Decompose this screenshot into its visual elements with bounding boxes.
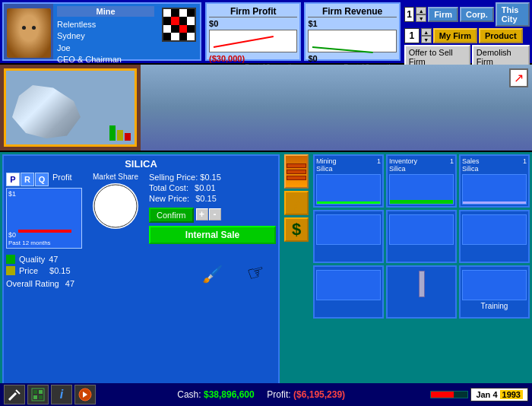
facility-training[interactable]: Training [459,265,530,319]
control-row-2: 1 ▲ ▼ My Firm Product [404,28,530,43]
tab-p[interactable]: P [6,173,20,186]
internal-sale-btn[interactable]: Internal Sale [149,226,276,244]
price-label-q: Price [19,266,38,275]
price-value-q: $0.15 [49,266,71,275]
facility-empty-content-1 [316,214,381,245]
pricing-section: Selling Price: $0.15 Total Cost: $0.01 N… [149,173,276,249]
facility-mining-bar [317,201,380,204]
question-icon[interactable]: ? [284,191,309,215]
firm-profit-panel: Firm Profit $0 ($30,000) Past 12 months [205,2,301,61]
resources-icon[interactable] [284,154,309,189]
new-price-row: New Price: $0.15 [149,194,276,203]
back-icon[interactable] [74,385,96,404]
paint-bottle-icon: 🖌️ [202,265,223,284]
scroll-handle[interactable] [419,271,425,297]
facility-inventory-sub: Silica [389,165,454,173]
facility-empty-content-2 [389,214,454,245]
confirm-btn[interactable]: Confirm [149,208,194,223]
quality-icon [6,255,15,264]
facility-sales[interactable]: Sales 1 Silica [459,154,530,208]
this-city-btn[interactable]: This City [496,2,530,27]
market-share-section: Market Share [85,173,146,249]
map-icon[interactable] [27,385,49,404]
firm-revenue-title: Firm Revenue [308,6,396,17]
profit-graph: $1 $0 Past 12 months [6,188,82,249]
facility-empty-3[interactable] [459,210,530,263]
revenue-trend-line [312,46,373,53]
firm-btn[interactable]: Firm [428,7,458,22]
facility-empty-4[interactable] [313,265,384,319]
spin-up-1[interactable]: ▲ [416,7,426,14]
firm-revenue-chart [308,30,396,52]
facility-sales-sub: Silica [462,165,527,173]
total-cost-label: Total Cost: [149,183,188,192]
plus-btn[interactable]: + [196,208,208,220]
overall-rating: Overall Rating 47 [6,279,276,288]
mineral-crystal [12,85,81,138]
facility-sales-label: Sales 1 [462,157,527,165]
spin-up-2[interactable]: ▲ [421,28,432,36]
minus-btn[interactable]: - [209,208,221,220]
eye-left [22,26,26,30]
firm-profit-past: ($30,000) [209,54,297,63]
svg-rect-4 [33,390,37,394]
svg-rect-5 [39,390,43,394]
date-box: Jan 4 1993 [470,388,528,401]
bar-red [125,133,131,141]
tab-q[interactable]: Q [35,173,49,186]
control-row-1: 1 ▲ ▼ Firm Corp. This City [404,2,530,27]
my-firm-btn[interactable]: My Firm [433,28,477,43]
tools-icon[interactable] [4,385,25,404]
firm-revenue-current: $1 [308,19,396,28]
right-top: ? $ Mining 1 Silica [284,154,530,319]
product-btn[interactable]: Product [479,28,523,43]
spin-down-2[interactable]: ▼ [421,36,432,43]
action-icons: ? $ [284,154,311,319]
svg-rect-6 [33,395,37,399]
facility-empty-5[interactable] [386,265,457,319]
firm-profit-chart [209,30,297,52]
dollar-icon[interactable]: $ [284,217,309,242]
info-icon[interactable]: i [51,385,72,404]
profit-label: Profit: [267,389,290,400]
eye-right [32,26,36,30]
facility-empty-content-3 [462,214,527,245]
profit-trend-line [214,36,274,48]
silica-title: SILICA [6,158,276,170]
top-bar: Mine Relentless Sydney Joe CEO & Chairma… [0,0,532,65]
chess-logo [162,8,196,42]
facility-sales-content [462,174,527,205]
facility-empty-1[interactable] [313,210,384,263]
status-bar: i Cash: $38,896,600 Profit: ($6,195,239)… [0,383,532,406]
selling-price-label: Selling Price: [149,173,198,182]
avatar-eyes [22,26,36,30]
firm-spin[interactable]: ▲ ▼ [416,7,426,22]
facility-empty-2[interactable] [386,210,457,263]
spin-down-1[interactable]: ▼ [416,14,426,22]
progress-fill [431,392,454,398]
avatar-area [4,4,53,59]
total-cost-row: Total Cost: $0.01 [149,183,276,192]
corp-btn[interactable]: Corp. [460,7,494,22]
bar-yellow [117,130,123,141]
profit-tab-label: Profit [52,173,72,186]
firm-revenue-past: $0 [308,54,396,63]
firm-spin-2[interactable]: ▲ ▼ [421,28,432,43]
graph-red-bar [18,230,71,233]
facility-mining-label: Mining 1 [316,157,381,165]
facility-sales-bar [463,201,526,204]
year-value: 1993 [500,390,523,399]
facility-inventory[interactable]: Inventory 1 Silica [386,154,457,208]
facility-empty-content-4 [316,270,381,300]
firm-profit-title: Firm Profit [209,6,297,17]
firm-profit-current: $0 [209,19,297,28]
selling-price-value: $0.15 [200,173,221,182]
selling-price-row: Selling Price: $0.15 [149,173,276,182]
facility-mining[interactable]: Mining 1 Silica [313,154,384,208]
tab-r[interactable]: R [21,173,34,186]
svg-point-0 [94,185,137,227]
silica-graph-area: P R Q Profit $1 $0 Past 12 months [6,173,82,249]
facility-inventory-content [389,174,454,205]
silica-panel: SILICA P R Q Profit $1 $0 Past 12 months [2,154,280,401]
firm-num-1: 1 [404,7,414,22]
